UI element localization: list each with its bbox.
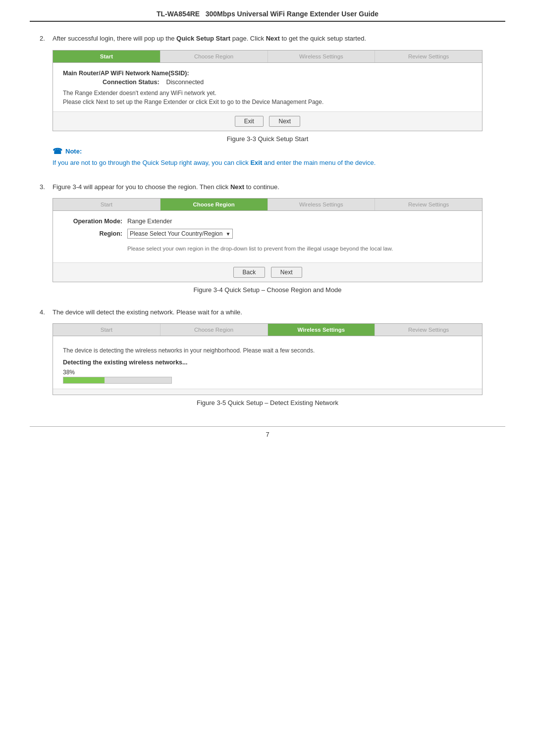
section-2-text: 2. After successful login, there will po… — [40, 34, 495, 44]
detecting-text: The device is detecting the wireless net… — [63, 346, 472, 355]
chevron-down-icon: ▼ — [225, 231, 230, 237]
section-2-text-before: After successful login, there will pop u… — [53, 35, 176, 42]
figure-caption-1: Figure 3-3 Quick Setup Start — [40, 135, 495, 143]
next-button-2[interactable]: Next — [271, 267, 302, 278]
wizard-tabs-3: Start Choose Region Wireless Settings Re… — [53, 324, 482, 336]
ssid-label: Main Router/AP WiFi Network Name(SSID): — [63, 70, 472, 77]
tab-region-1: Choose Region — [160, 50, 268, 62]
section-4-number: 4. — [40, 307, 50, 318]
wizard-tabs-2: Start Choose Region Wireless Settings Re… — [53, 199, 482, 211]
note-box: ☎ Note: If you are not to go through the… — [53, 147, 495, 168]
tab-review-1: Review Settings — [375, 50, 482, 62]
section-2-body: After successful login, there will pop u… — [53, 34, 495, 44]
ssid-label-text: Main Router/AP WiFi Network Name(SSID): — [63, 70, 189, 77]
wizard-tabs-1: Start Choose Region Wireless Settings Re… — [53, 50, 482, 63]
tab-review-2: Review Settings — [375, 199, 482, 210]
wizard-footer-1: Exit Next — [53, 111, 482, 131]
wizard-panel-3: Start Choose Region Wireless Settings Re… — [53, 323, 482, 395]
wizard-panel-1: Start Choose Region Wireless Settings Re… — [53, 50, 482, 131]
progress-bar-outer — [63, 377, 172, 384]
section-3-text: 3. Figure 3-4 will appear for you to cho… — [40, 182, 495, 193]
tab-wireless-3: Wireless Settings — [268, 324, 375, 336]
detecting-label: Detecting the existing wireless networks… — [63, 359, 472, 366]
tab-start-1: Start — [53, 50, 160, 62]
wizard-footer-2: Back Next — [53, 262, 482, 282]
region-row: Region: Please Select Your Country/Regio… — [63, 229, 472, 239]
exit-button-1[interactable]: Exit — [235, 116, 264, 127]
region-label: Region: — [63, 230, 127, 237]
section-2-number: 2. — [40, 34, 50, 44]
tab-start-3: Start — [53, 324, 160, 336]
connection-status-row: Connection Status: Disconnected — [103, 79, 472, 86]
section-4-body: The device will detect the existing netw… — [53, 307, 495, 318]
section-2-bold2: Next — [266, 35, 280, 42]
wizard-body-3: The device is detecting the wireless net… — [53, 336, 482, 389]
section-3-text-after: to continue. — [244, 183, 279, 191]
operation-mode-label: Operation Mode: — [63, 218, 127, 225]
progress-container: 38% — [63, 369, 472, 384]
note-exit-bold: Exit — [250, 159, 262, 166]
connection-status-value: Disconnected — [166, 79, 204, 86]
note-icon: ☎ — [53, 147, 62, 156]
note-text-after: and enter the main menu of the device. — [262, 159, 375, 166]
section-4: 4. The device will detect the existing n… — [40, 307, 495, 407]
model-name: TL-WA854RE — [157, 10, 200, 18]
region-select-container: Please Select Your Country/Region ▼ — [127, 229, 472, 239]
tab-region-3: Choose Region — [160, 324, 268, 336]
tab-start-2: Start — [53, 199, 160, 210]
operation-mode-row: Operation Mode: Range Extender — [63, 218, 472, 225]
section-3: 3. Figure 3-4 will appear for you to cho… — [40, 182, 495, 294]
tab-review-3: Review Settings — [375, 324, 482, 336]
connection-status-label: Connection Status: — [103, 79, 160, 86]
wizard-body-2: Operation Mode: Range Extender Region: P… — [53, 211, 482, 262]
tab-wireless-1: Wireless Settings — [268, 50, 375, 62]
main-content: 2. After successful login, there will po… — [30, 34, 505, 406]
note-header: ☎ Note: — [53, 147, 495, 156]
page-number: 7 — [30, 426, 505, 438]
region-select-text: Please Select Your Country/Region — [130, 230, 222, 237]
figure-caption-3: Figure 3-5 Quick Setup – Detect Existing… — [40, 399, 495, 406]
connection-status-spacer — [161, 79, 164, 86]
operation-mode-value: Range Extender — [127, 218, 472, 225]
tab-region-2: Choose Region — [160, 199, 268, 210]
section-3-number: 3. — [40, 182, 50, 193]
region-select[interactable]: Please Select Your Country/Region ▼ — [127, 229, 233, 239]
section-3-bold1: Next — [230, 183, 244, 191]
wizard-footer-3 — [53, 389, 482, 395]
section-3-body: Figure 3-4 will appear for you to choose… — [53, 182, 495, 193]
wizard-body-1: Main Router/AP WiFi Network Name(SSID): … — [53, 63, 482, 111]
header-title: 300Mbps Universal WiFi Range Extender Us… — [206, 10, 378, 18]
section-2: 2. After successful login, there will po… — [40, 34, 495, 168]
info-text-1: The Range Extender doesn't extend any Wi… — [63, 89, 472, 106]
note-text: If you are not to go through the Quick S… — [53, 158, 495, 168]
note-label: Note: — [65, 148, 82, 155]
tab-wireless-2: Wireless Settings — [268, 199, 375, 210]
region-hint: Please select your own region in the dro… — [127, 245, 472, 253]
section-3-text-before: Figure 3-4 will appear for you to choose… — [53, 183, 230, 191]
section-4-text: 4. The device will detect the existing n… — [40, 307, 495, 318]
page-header: TL-WA854RE 300Mbps Universal WiFi Range … — [30, 10, 505, 22]
wizard-panel-2: Start Choose Region Wireless Settings Re… — [53, 198, 482, 282]
back-button-2[interactable]: Back — [233, 267, 266, 278]
figure-caption-2: Figure 3-4 Quick Setup – Choose Region a… — [40, 286, 495, 294]
info-line2: Please click Next to set up the Range Ex… — [63, 98, 472, 106]
progress-percent: 38% — [63, 369, 472, 376]
section-2-text-mid: page. Click — [230, 35, 266, 42]
info-line1: The Range Extender doesn't extend any Wi… — [63, 89, 472, 98]
section-2-bold1: Quick Setup Start — [176, 35, 230, 42]
section-2-text-after: to get the quick setup started. — [280, 35, 366, 42]
note-text-before: If you are not to go through the Quick S… — [53, 159, 250, 166]
next-button-1[interactable]: Next — [269, 116, 300, 127]
progress-bar-inner — [63, 377, 105, 383]
region-hint-row: Please select your own region in the dro… — [63, 243, 472, 253]
